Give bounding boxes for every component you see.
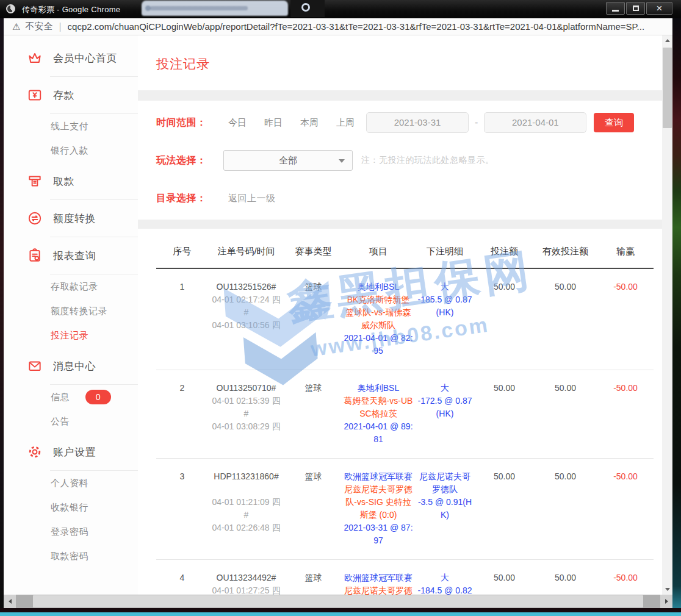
quick-filter-this-week[interactable]: 本周 — [300, 117, 319, 129]
sidebar-item-deposit-withdraw-records[interactable]: 存取款记录 — [4, 274, 138, 299]
vertical-scrollbar[interactable] — [662, 35, 672, 595]
maximize-icon — [633, 5, 639, 11]
cell-item: 奥地利BSL葛姆登天鹅-vs-UBSC格拉茨2021-04-01 @ 89:81 — [342, 370, 414, 459]
table-row: 3 HDP113231860# 04-01 01:21:09 四#04-01 0… — [156, 459, 654, 560]
horizontal-scrollbar[interactable] — [4, 595, 672, 608]
sidebar-item-profile[interactable]: 个人资料 — [4, 471, 138, 495]
sidebar-item-label: 存款 — [53, 88, 74, 102]
scroll-up-arrow[interactable] — [662, 35, 672, 46]
search-button[interactable]: 查询 — [594, 113, 634, 132]
sidebar-item-withdraw[interactable]: 取款 — [4, 163, 138, 199]
vertical-scrollbar-thumb[interactable] — [663, 48, 672, 128]
url-text: cqcp2.com/chuanQiCPLoginWeb/app/reportDe… — [68, 21, 644, 32]
horizontal-scrollbar-thumb[interactable] — [33, 595, 643, 607]
transfer-icon — [27, 210, 43, 226]
cell-bet-amount: 50.00 — [475, 459, 533, 560]
cell-win-loss: -50.00 — [597, 268, 654, 370]
sidebar: 会员中心首页 存款 线上支付 银行入款 取款 额度转换 报表查询 — [4, 35, 138, 595]
play-type-label: 玩法选择： — [156, 154, 215, 167]
scroll-right-arrow[interactable] — [660, 595, 672, 608]
cell-valid-bet-amount: 50.00 — [533, 268, 597, 370]
table-row: 1 OU113251526#04-01 02:17:24 四#04-01 03:… — [156, 268, 654, 370]
quick-filter-yesterday[interactable]: 昨日 — [264, 117, 283, 129]
cell-item: 奥地利BSLBK克洛斯特新堡篮球队-vs-瑞佛森威尔斯队2021-04-01 @… — [342, 268, 414, 370]
message-icon — [27, 358, 43, 374]
window-titlebar: 传奇彩票 - Google Chrome × — [0, 0, 681, 18]
cell-bet-amount: 50.00 — [475, 268, 533, 370]
settings-icon — [27, 444, 43, 460]
report-icon — [27, 248, 43, 263]
play-type-select[interactable]: 全部 — [223, 150, 353, 171]
cell-sport-type: 篮球 — [284, 459, 342, 560]
cell-valid-bet-amount: 50.00 — [533, 370, 597, 459]
sidebar-item-login-password[interactable]: 登录密码 — [4, 520, 138, 544]
cell-seq: 4 — [156, 560, 208, 595]
cell-bet-detail: 大-185.5 @ 0.87(HK) — [414, 268, 475, 370]
message-count-badge: 0 — [85, 390, 111, 404]
sidebar-item-receiving-bank[interactable]: 收款银行 — [4, 495, 138, 520]
sidebar-item-bet-records[interactable]: 投注记录 — [4, 323, 138, 348]
cell-seq: 2 — [156, 370, 208, 459]
sidebar-item-withdraw-password[interactable]: 取款密码 — [4, 544, 138, 568]
cell-item: 欧洲篮球冠军联赛尼兹尼诺夫哥罗德队-vs-SIG 史特拉斯堡2021-03-31… — [342, 560, 414, 595]
cell-win-loss: -50.00 — [597, 370, 654, 459]
close-button[interactable]: × — [646, 2, 672, 15]
cell-order-number-time: OU113251526#04-01 02:17:24 四#04-01 03:10… — [208, 268, 284, 370]
url-separator: | — [59, 21, 61, 32]
column-header: 赛事类型 — [284, 246, 342, 268]
sidebar-item-member-home[interactable]: 会员中心首页 — [4, 40, 138, 76]
sidebar-item-label: 消息中心 — [53, 359, 96, 373]
cell-sport-type: 篮球 — [284, 560, 342, 595]
play-type-selected-value: 全部 — [279, 155, 297, 165]
page-favicon-icon — [6, 4, 15, 13]
bet-records-card: 鑫黑担保网 www.jhb08.com 序号注单号码/时间赛事类型项目下注明细投… — [138, 229, 662, 595]
close-icon: × — [657, 3, 663, 13]
cell-bet-detail: 大-172.5 @ 0.87(HK) — [414, 370, 475, 459]
window-title: 传奇彩票 - Google Chrome — [22, 4, 120, 15]
cell-seq: 3 — [156, 459, 208, 560]
scroll-left-arrow[interactable] — [4, 595, 16, 608]
sidebar-item-message-center[interactable]: 消息中心 — [4, 348, 138, 384]
column-header: 项目 — [342, 246, 414, 268]
background-tab-ghost — [142, 1, 288, 16]
sidebar-item-transfer-records[interactable]: 额度转换记录 — [4, 299, 138, 323]
bet-records-table: 序号注单号码/时间赛事类型项目下注明细投注额有效投注额输赢 1 OU113251… — [156, 246, 654, 595]
column-header: 下注明细 — [414, 246, 475, 268]
minimize-icon — [612, 10, 619, 12]
main-content: 投注记录 时间范围： 今日 昨日 本周 上周 2021-03-31 - 2021… — [138, 35, 662, 595]
play-type-note: 注：无投注的玩法此处忽略显示。 — [361, 155, 494, 166]
cell-bet-detail: 大-184.5 @ 0.82(HK) — [414, 560, 475, 595]
time-range-label: 时间范围： — [156, 116, 215, 129]
taskbar-edge — [0, 612, 681, 616]
sidebar-item-quota-transfer[interactable]: 额度转换 — [4, 200, 138, 237]
sidebar-item-label: 报表查询 — [53, 249, 96, 263]
sidebar-item-account-settings[interactable]: 账户设置 — [4, 434, 138, 470]
sidebar-item-announcements[interactable]: 公告 — [4, 409, 138, 434]
cell-seq: 1 — [156, 268, 208, 370]
sidebar-item-online-payment[interactable]: 线上支付 — [4, 114, 138, 138]
sidebar-item-reports[interactable]: 报表查询 — [4, 237, 138, 274]
url-bar[interactable]: ⚠ 不安全 | cqcp2.com/chuanQiCPLoginWeb/app/… — [4, 18, 672, 35]
sidebar-item-bank-deposit[interactable]: 银行入款 — [4, 138, 138, 163]
back-up-level-link[interactable]: 返回上一级 — [228, 193, 276, 204]
cell-item: 欧洲篮球冠军联赛尼兹尼诺夫哥罗德队-vs-SIG 史特拉斯堡 (0:0)2021… — [342, 459, 414, 560]
cell-bet-amount: 50.00 — [475, 370, 533, 459]
page-title: 投注记录 — [156, 56, 662, 73]
chevron-down-icon — [339, 159, 345, 163]
sidebar-item-messages[interactable]: 信息 0 — [4, 385, 138, 409]
table-row: 4 OU113234492#04-01 01:27:25 四#04-01 02:… — [156, 560, 654, 595]
quick-filter-last-week[interactable]: 上周 — [336, 117, 355, 129]
cell-bet-amount: 50.00 — [475, 560, 533, 595]
minimize-button[interactable] — [606, 2, 625, 15]
date-to-input[interactable]: 2021-04-01 — [484, 112, 586, 133]
cell-bet-detail: 尼兹尼诺夫哥罗德队-3.5 @ 0.91(HK) — [414, 459, 475, 560]
sidebar-item-deposit[interactable]: 存款 — [4, 77, 138, 113]
quick-filter-today[interactable]: 今日 — [228, 117, 247, 129]
sidebar-item-label: 会员中心首页 — [53, 51, 117, 65]
directory-label: 目录选择： — [156, 192, 215, 205]
column-header: 序号 — [156, 246, 208, 268]
cell-valid-bet-amount: 50.00 — [533, 560, 597, 595]
date-from-input[interactable]: 2021-03-31 — [366, 112, 469, 133]
maximize-button[interactable] — [626, 2, 645, 15]
scroll-down-arrow[interactable] — [662, 584, 672, 595]
